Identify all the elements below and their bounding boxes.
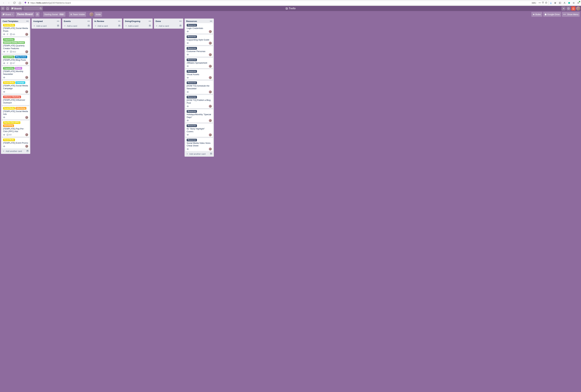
- url-bar[interactable]: https://trello.com/b/QqC83Y6d/demo-board…: [23, 1, 548, 5]
- card-member-avatar[interactable]: [209, 65, 212, 68]
- list-title[interactable]: Assigned: [33, 20, 43, 22]
- card-label[interactable]: Social Media: [3, 81, 15, 84]
- card-member-avatar[interactable]: [25, 116, 28, 119]
- card-label[interactable]: Resources: [187, 70, 197, 73]
- list-title[interactable]: In Review: [94, 20, 104, 22]
- star-button[interactable]: [35, 12, 40, 17]
- search-input[interactable]: [23, 6, 43, 10]
- list-menu-button[interactable]: •••: [210, 20, 212, 22]
- more-icon[interactable]: •••: [538, 2, 541, 4]
- card-member-avatar[interactable]: [209, 30, 212, 33]
- card[interactable]: Social Media[TEMPLATE] Social Media Post…: [2, 23, 29, 36]
- boards-button[interactable]: Boards: [10, 6, 22, 10]
- list-menu-button[interactable]: •••: [26, 20, 29, 22]
- add-card-button[interactable]: ＋Add a card: [93, 23, 122, 29]
- nav-forward-button[interactable]: [6, 1, 11, 5]
- card[interactable]: CopywritingQuarterly Creator Feature[TEM…: [2, 37, 29, 54]
- card-label[interactable]: Resources: [187, 81, 197, 84]
- card[interactable]: CopywritingBlog Content[TEMPLATE] Blog P…: [2, 55, 29, 65]
- add-card-button[interactable]: ＋Add a card: [123, 23, 153, 29]
- card-member-avatar[interactable]: [209, 90, 212, 93]
- card-member-avatar[interactable]: [25, 50, 28, 53]
- card-member-avatar[interactable]: [209, 133, 212, 136]
- card-member-avatar[interactable]: [209, 147, 212, 150]
- card-label[interactable]: Campaign: [16, 81, 25, 84]
- template-icon[interactable]: [26, 150, 29, 153]
- card-member-avatar[interactable]: [25, 33, 28, 36]
- card-label[interactable]: Social Media: [3, 139, 15, 141]
- card-label[interactable]: Advertising: [16, 107, 26, 110]
- list-menu-button[interactable]: •••: [118, 20, 120, 22]
- card-label[interactable]: Copywriting: [3, 67, 14, 70]
- card-member-avatar[interactable]: [209, 42, 212, 44]
- list-menu-button[interactable]: •••: [148, 20, 151, 22]
- card[interactable]: ResourcesHolidays/Monthly "Special Days": [186, 109, 213, 123]
- nav-back-button[interactable]: [1, 1, 6, 5]
- download-icon[interactable]: [550, 1, 552, 4]
- card-label[interactable]: Resources: [187, 47, 197, 50]
- sidebar-icon[interactable]: [558, 1, 562, 4]
- card-member-avatar[interactable]: [209, 76, 212, 79]
- card-label[interactable]: Blog Content: [15, 56, 27, 58]
- template-icon[interactable]: [179, 24, 182, 27]
- account-icon[interactable]: [563, 1, 566, 4]
- card-member-avatar[interactable]: [25, 145, 28, 148]
- card-member-avatar[interactable]: [209, 105, 212, 108]
- card[interactable]: Pay-Per-Click (PPC)Advertising[TEMPLATE]…: [2, 120, 29, 137]
- card-label[interactable]: Social Media: [3, 107, 15, 110]
- zoom-level[interactable]: 90%: [531, 2, 536, 4]
- template-icon[interactable]: [118, 24, 120, 27]
- list-menu-button[interactable]: •••: [57, 20, 59, 22]
- butler-button[interactable]: Butler: [531, 12, 542, 17]
- card-label[interactable]: Pay-Per-Click (PPC): [3, 121, 20, 124]
- hamburger-icon[interactable]: [577, 1, 580, 4]
- show-menu-button[interactable]: •••Show Menu: [562, 12, 580, 17]
- card[interactable]: CopywritingEmails[TEMPLATE] Monthly News…: [2, 66, 29, 79]
- card[interactable]: ResourcesVisual Assets: [186, 69, 213, 80]
- template-icon[interactable]: [57, 24, 59, 27]
- card[interactable]: ResourcesCopywriting Style Guide: [186, 35, 213, 45]
- add-card-button[interactable]: ＋Add another card: [184, 151, 214, 157]
- card-label[interactable]: Resources: [187, 139, 197, 141]
- card-label[interactable]: Resources: [187, 110, 197, 113]
- list-menu-button[interactable]: •••: [88, 20, 90, 22]
- card-label[interactable]: Copywriting: [3, 38, 14, 41]
- org-button[interactable]: Starling SocialFree: [43, 12, 66, 17]
- card[interactable]: ResourcesCustomer Personas: [186, 46, 213, 57]
- library-icon[interactable]: [554, 1, 557, 4]
- board-member-avatar[interactable]: [90, 12, 94, 16]
- invite-button[interactable]: Invite: [94, 12, 102, 17]
- list-title[interactable]: Done: [156, 20, 161, 22]
- visibility-button[interactable]: Team Visible: [69, 12, 86, 17]
- card-label[interactable]: Emails: [15, 67, 22, 70]
- card-member-avatar[interactable]: [25, 76, 28, 79]
- card-label[interactable]: Resources: [187, 124, 197, 127]
- extension-icon-2[interactable]: [572, 1, 575, 4]
- info-button[interactable]: [566, 6, 570, 10]
- nav-home-button[interactable]: [18, 1, 22, 5]
- card-member-avatar[interactable]: [209, 53, 212, 56]
- board-title[interactable]: Demo Board: [16, 12, 34, 17]
- card-label[interactable]: Social Media: [3, 24, 15, 26]
- board-view-button[interactable]: Board: [1, 12, 15, 17]
- apps-button[interactable]: [1, 6, 5, 10]
- card-label[interactable]: Resources: [187, 96, 197, 98]
- card[interactable]: Social MediaCampaign[TEMPLATE] Social Me…: [2, 80, 29, 94]
- add-card-button[interactable]: ＋Add a card: [154, 23, 183, 29]
- home-button[interactable]: [6, 6, 10, 10]
- board-canvas[interactable]: Card Templates•••Social Media[TEMPLATE] …: [0, 17, 581, 392]
- card[interactable]: ResourcesSocial Media Video Sizes Cheat …: [186, 138, 213, 151]
- notifications-button[interactable]: [571, 6, 576, 10]
- avatar[interactable]: [576, 6, 580, 10]
- card[interactable]: Social Media[TEMPLATE] Event Promo: [2, 138, 29, 148]
- card-label[interactable]: Quarterly Creator Feature: [3, 41, 25, 44]
- trello-logo[interactable]: Trello: [285, 7, 296, 10]
- pocket-icon[interactable]: [542, 1, 544, 4]
- card-member-avatar[interactable]: [209, 119, 212, 122]
- card[interactable]: Resources[HOW TO] Publish a Blog Post: [186, 95, 213, 108]
- add-card-button[interactable]: ＋Add another card: [1, 148, 30, 154]
- card-member-avatar[interactable]: [25, 90, 28, 93]
- google-drive-button[interactable]: Google Drive: [543, 12, 561, 17]
- list-menu-button[interactable]: •••: [179, 20, 182, 22]
- add-card-button[interactable]: ＋Add a card: [62, 23, 92, 29]
